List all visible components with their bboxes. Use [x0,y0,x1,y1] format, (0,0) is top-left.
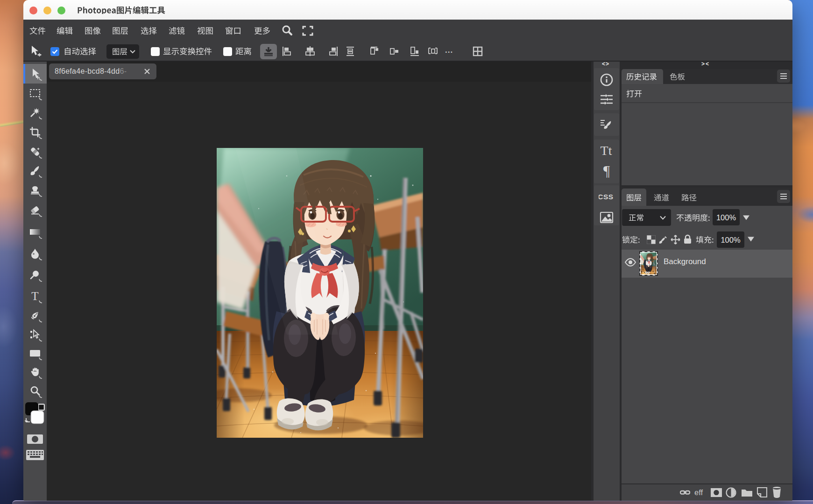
svg-text:T: T [31,291,38,302]
svg-text:Tt: Tt [601,144,612,158]
svg-text:¶: ¶ [603,164,610,178]
svg-text:CSS: CSS [599,193,614,201]
